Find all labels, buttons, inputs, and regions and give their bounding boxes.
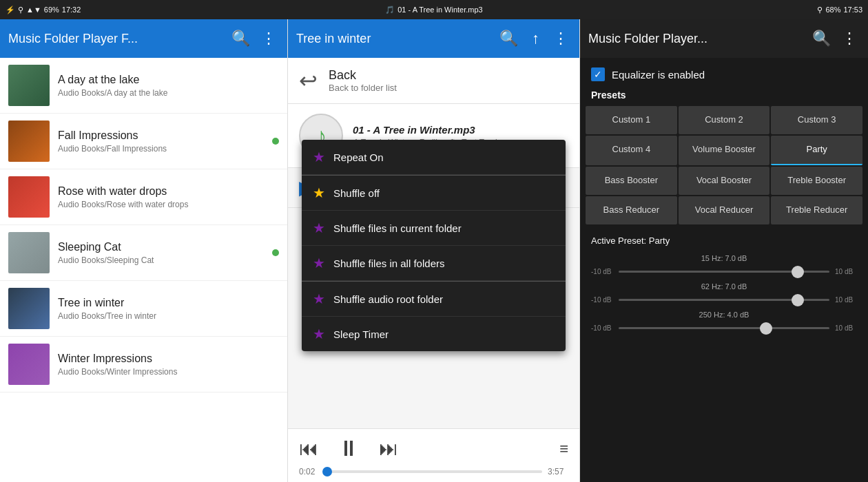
eq-slider-track[interactable] — [619, 271, 829, 273]
preset-custom2[interactable]: Custom 2 — [679, 106, 770, 134]
folder-info: Tree in winter Audio Books/Tree in winte… — [58, 297, 279, 321]
folder-item[interactable]: Sleeping Cat Audio Books/Sleeping Cat — [0, 225, 287, 281]
preset-custom3[interactable]: Custom 3 — [771, 106, 862, 134]
folder-thumb — [8, 120, 50, 162]
status-bar-right: ⚲ 68% 17:53 — [580, 0, 868, 19]
preset-vocal-booster[interactable]: Vocal Booster — [679, 167, 770, 195]
star-icon: ★ — [313, 149, 325, 165]
eq-slider-track[interactable] — [619, 327, 829, 329]
panel-folders: Music Folder Player F... 🔍 ⋮ A day at th… — [0, 19, 288, 482]
eq-slider-track[interactable] — [619, 299, 829, 301]
menu-icon-eq[interactable]: ⋮ — [839, 27, 860, 50]
db-min-label: -10 dB — [591, 268, 613, 275]
player-title: Tree in winter — [296, 32, 491, 46]
back-button[interactable]: ↩ Back Back to folder list — [288, 58, 579, 104]
battery-right: 68% — [825, 6, 840, 14]
back-title: Back — [329, 68, 397, 83]
menu-item[interactable]: ★ Shuffle off — [302, 176, 566, 211]
folder-info: Rose with water drops Audio Books/Rose w… — [58, 185, 279, 209]
preset-treble-booster[interactable]: Treble Booster — [771, 167, 862, 195]
menu-item[interactable]: ★ Repeat On — [302, 140, 566, 175]
panel-eq: Music Folder Player... 🔍 ⋮ ✓ Equalizer i… — [580, 19, 868, 482]
folder-name: Fall Impressions — [58, 129, 267, 142]
time-right: 17:53 — [843, 6, 862, 14]
eq-band-row: 15 Hz: 7.0 dB -10 dB 10 dB — [580, 251, 868, 280]
menu-item-label: Shuffle audio root folder — [333, 293, 443, 305]
preset-custom4[interactable]: Custom 4 — [586, 136, 677, 165]
preset-bass-reducer[interactable]: Bass Reducer — [586, 196, 677, 224]
eq-enable-checkbox[interactable]: ✓ — [591, 67, 605, 81]
menu-icon-folders[interactable]: ⋮ — [258, 27, 279, 50]
db-min-label: -10 dB — [591, 324, 613, 332]
search-icon-player[interactable]: 🔍 — [497, 27, 521, 50]
menu-item[interactable]: ★ Sleep Timer — [302, 317, 566, 351]
menu-icon-player[interactable]: ⋮ — [550, 27, 571, 50]
preset-bass-booster[interactable]: Bass Booster — [586, 167, 677, 195]
eq-freq-value: 15 Hz: 7.0 dB — [580, 251, 868, 264]
folder-thumb — [8, 65, 50, 106]
folder-info: Fall Impressions Audio Books/Fall Impres… — [58, 129, 267, 154]
folder-path: Audio Books/Tree in winter — [58, 311, 279, 321]
eq-slider-row: -10 dB 10 dB — [580, 264, 868, 280]
pause-button[interactable]: ⏸ — [338, 436, 360, 461]
menu-item[interactable]: ★ Shuffle files in all folders — [302, 246, 566, 281]
menu-item-label: Sleep Timer — [333, 328, 389, 340]
folder-name: Rose with water drops — [58, 185, 279, 198]
total-time: 3:57 — [548, 467, 568, 476]
eq-slider-thumb — [792, 266, 804, 278]
back-arrow-icon: ↩ — [299, 67, 318, 94]
eq-freq-value: 250 Hz: 4.0 dB — [580, 308, 868, 320]
eq-slider-row: -10 dB 10 dB — [580, 292, 868, 308]
eq-slider-thumb — [760, 322, 772, 335]
star-icon: ★ — [313, 185, 325, 201]
folder-thumb — [8, 344, 50, 385]
share-icon-player[interactable]: ↑ — [529, 27, 542, 50]
menu-item[interactable]: ★ Shuffle files in current folder — [302, 211, 566, 246]
progress-bar[interactable] — [325, 470, 542, 473]
progress-thumb — [322, 467, 332, 476]
status-bar-left: ⚡ ⚲ ▲▼ 69% 17:32 — [0, 0, 288, 19]
folder-path: Audio Books/Rose with water drops — [58, 200, 279, 209]
menu-item-label: Shuffle off — [333, 187, 380, 199]
db-max-label: 10 dB — [835, 268, 857, 275]
search-icon-folders[interactable]: 🔍 — [229, 27, 253, 50]
music-status-icon: 🎵 — [385, 6, 395, 14]
player-header-icons: 🔍 ↑ ⋮ — [497, 27, 571, 50]
back-text: Back Back to folder list — [329, 68, 397, 93]
player-header: Tree in winter 🔍 ↑ ⋮ — [288, 19, 579, 58]
folder-path: Audio Books/Fall Impressions — [58, 144, 267, 154]
folder-path: Audio Books/A day at the lake — [58, 88, 279, 98]
folders-header: Music Folder Player F... 🔍 ⋮ — [0, 19, 287, 58]
star-icon: ★ — [313, 220, 325, 236]
eq-enabled-row: ✓ Equalizer is enabled — [580, 58, 868, 87]
folder-item[interactable]: Fall Impressions Audio Books/Fall Impres… — [0, 114, 287, 169]
active-preset-row: Active Preset: Party — [580, 230, 868, 251]
folder-thumb — [8, 176, 50, 218]
prev-button[interactable]: ⏮ — [299, 437, 318, 460]
preset-party[interactable]: Party — [771, 136, 862, 165]
eq-button[interactable]: ≡ — [559, 440, 568, 458]
dropdown-menu: ★ Repeat On ★ Shuffle off ★ Shuffle file… — [302, 140, 566, 351]
star-icon: ★ — [313, 255, 325, 271]
folder-name: Sleeping Cat — [58, 241, 267, 253]
preset-volume-booster[interactable]: Volume Booster — [679, 136, 770, 165]
player-controls: ⏮ ⏸ ⏭ ≡ 0:02 3:57 — [288, 428, 579, 482]
next-button[interactable]: ⏭ — [379, 437, 398, 460]
preset-vocal-reducer[interactable]: Vocal Reducer — [679, 196, 770, 224]
battery-left: 69% — [44, 6, 59, 14]
folder-item[interactable]: Winter Impressions Audio Books/Winter Im… — [0, 337, 287, 392]
search-icon-eq[interactable]: 🔍 — [809, 27, 834, 50]
presets-label: Presets — [580, 87, 868, 106]
preset-treble-reducer[interactable]: Treble Reducer — [771, 196, 862, 224]
eq-freq-value: 62 Hz: 7.0 dB — [580, 280, 868, 292]
now-playing-title: 01 - A Tree in Winter.mp3 — [353, 124, 508, 136]
folder-item[interactable]: Rose with water drops Audio Books/Rose w… — [0, 169, 287, 225]
folder-item[interactable]: A day at the lake Audio Books/A day at t… — [0, 58, 287, 114]
folder-thumb — [8, 232, 50, 273]
folders-title: Music Folder Player F... — [8, 32, 223, 46]
eq-slider-thumb — [792, 294, 804, 306]
folder-item[interactable]: Tree in winter Audio Books/Tree in winte… — [0, 281, 287, 337]
now-playing-status: 01 - A Tree in Winter.mp3 — [397, 6, 483, 14]
preset-custom1[interactable]: Custom 1 — [586, 106, 677, 134]
menu-item[interactable]: ★ Shuffle audio root folder — [302, 282, 566, 317]
